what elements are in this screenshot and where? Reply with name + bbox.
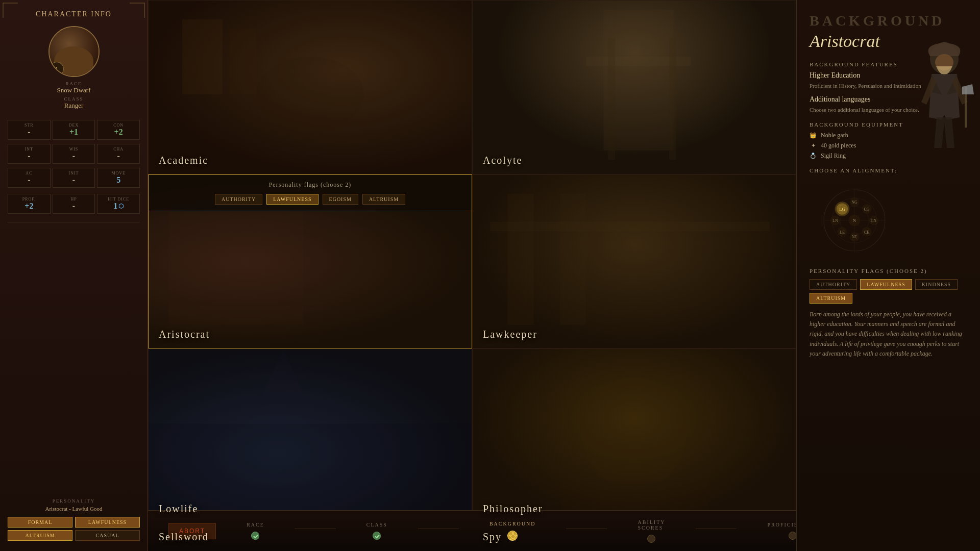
personality-tags: FORMAL LAWFULNESS ALTRUISM CASUAL [8,517,140,541]
noble-garb-icon: 👑 [810,132,817,139]
center-area: Academic Acolyte [148,0,796,551]
primary-stats: STR - DEX +1 CON +2 [8,120,140,140]
stat-con: CON +2 [97,120,140,140]
backgrounds-grid: Academic Acolyte [148,0,796,551]
race-value: Snow Dwarf [57,86,90,94]
background-academic[interactable]: Academic [148,0,472,174]
flag-lawfulness[interactable]: LAWFULNESS [860,279,912,290]
personality-tag-formal[interactable]: FORMAL [8,517,72,528]
svg-text:LN: LN [832,218,838,223]
personality-tag-casual[interactable]: CASUAL [75,530,140,541]
svg-point-2 [256,57,364,132]
svg-marker-24 [509,532,517,540]
int-label: INT [10,147,48,152]
svg-text:CE: CE [864,230,869,235]
personality-label: PERSONALITY [8,498,140,504]
bg-aristocrat-name: Aristocrat [159,329,210,340]
class-label: CLASS [64,96,83,102]
nav-step-class: CLASS [336,522,418,540]
ability-step-label: ABILITYSCORES [638,519,665,531]
svg-rect-0 [182,19,223,94]
background-acolyte[interactable]: Acolyte [472,0,796,174]
stat-str: STR - [8,120,51,140]
flag-kindness[interactable]: KINDNESS [915,279,958,290]
personality-value: Aristocrat - Lawful Good [8,506,140,512]
stat-int: INT - [8,144,51,164]
flag-authority[interactable]: AUTHORITY [810,279,857,290]
flavor-text: Born among the lords of your people, you… [810,310,967,359]
background-philosopher[interactable]: Philosopher [472,348,796,523]
stat-hp: HP - [53,194,95,214]
class-step-dot[interactable] [373,532,381,540]
move-label: MOVE [100,171,137,176]
stat-init: INIT - [53,168,95,188]
race-step-dot[interactable] [251,532,259,540]
flags-title: PERSONALITY FLAGS (CHOOSE 2) [810,268,967,274]
gold-icon: ✦ [810,142,817,149]
flags-tags: AUTHORITY LAWFULNESS KINDNESS ALTRUISM [810,279,967,304]
svg-text:LE: LE [840,230,845,235]
noble-garb-label: Noble garb [821,132,848,139]
prof-value: +2 [10,202,48,211]
svg-text:NE: NE [852,235,857,239]
int-value: - [10,152,48,161]
move-value: 5 [100,176,137,185]
svg-rect-5 [608,38,615,160]
cha-label: CHA [100,147,137,152]
popup-tag-altruism[interactable]: ALTRUISM [362,194,405,205]
popup-tag-egoism[interactable]: EGOISM [323,194,358,205]
alignment-wheel: LG NG CG LN N CN [810,179,891,260]
sidebar-title: Character Info [8,10,140,18]
personality-tag-altruism[interactable]: ALTRUISM [8,530,72,541]
hit-dice-value: 1⬡ [100,202,137,211]
background-step-dot[interactable] [507,531,518,541]
str-label: STR [10,123,48,128]
background-step-label: BACKGROUND [489,521,536,527]
ability-step-dot[interactable] [647,535,655,543]
bg-lowlife-name: Lowlife [159,503,198,515]
character-portrait-area: 1 RACE Snow Dwarf CLASS Ranger [8,26,140,110]
wis-label: WIS [55,147,93,152]
personality-tag-lawfulness[interactable]: LAWFULNESS [75,517,140,528]
personality-section: PERSONALITY Aristocrat - Lawful Good FOR… [8,498,140,541]
step-connector-1 [295,529,336,529]
right-panel: BACKGROUND Aristocrat BACKGROUND FEATURE… [796,0,980,551]
personality-popup: Personality flags (choose 2) AUTHORITY L… [149,175,472,211]
corner-decoration-tr [130,3,145,18]
background-aristocrat[interactable]: Personality flags (choose 2) AUTHORITY L… [148,174,472,349]
background-lawkeeper[interactable]: Lawkeeper [472,174,796,349]
svg-rect-1 [229,29,256,94]
background-lowlife[interactable]: Lowlife [148,348,472,523]
svg-text:NG: NG [851,200,857,205]
stat-wis: WIS - [53,144,95,164]
popup-title: Personality flags (choose 2) [159,181,461,189]
svg-rect-10 [560,193,586,324]
svg-point-14 [582,377,687,489]
nav-step-race: RACE [216,522,295,540]
step-connector-2 [418,529,459,529]
flag-altruism[interactable]: ALTRUISM [810,293,852,304]
ring-icon: 💍 [810,153,817,160]
popup-tag-authority[interactable]: AUTHORITY [215,194,262,205]
bg-philosopher-name: Philosopher [483,503,543,515]
stat-hit-dice: HIT DICE 1⬡ [97,194,140,214]
alignment-wheel-svg: LG NG CG LN N CN [810,179,891,260]
step-connector-3 [566,529,607,529]
class-step-label: CLASS [366,522,387,528]
popup-tag-lawfulness[interactable]: LAWFULNESS [266,194,318,205]
combat-stats: AC - INIT - MOVE 5 [8,168,140,188]
stat-ac: AC - [8,168,51,188]
svg-text:N: N [853,218,856,223]
stat-cha: CHA - [97,144,140,164]
level-badge: 1 [50,62,64,76]
sidebar: Character Info 1 RACE Snow Dwarf CLASS R… [0,0,148,551]
init-value: - [55,176,93,185]
proficiencies-step-dot[interactable] [789,532,797,540]
bg-spy-name: Spy [483,531,502,543]
dex-value: +1 [55,128,93,137]
svg-text:LG: LG [839,207,845,212]
prof-label: PROF. [10,197,48,202]
cha-value: - [100,152,137,161]
hp-label: HP [55,197,93,202]
nav-step-background: BACKGROUND [459,521,567,541]
